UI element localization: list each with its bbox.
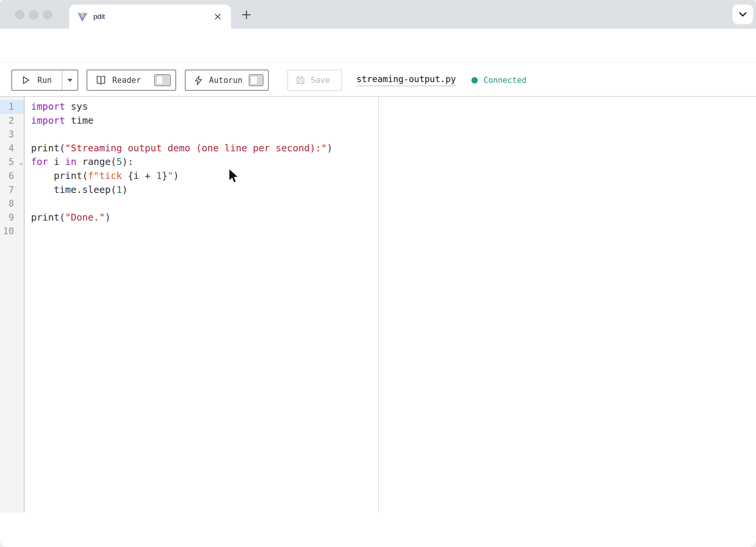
code-token: )	[327, 143, 333, 154]
mouse-cursor-icon	[228, 168, 240, 185]
run-button-group: Run	[11, 70, 78, 91]
save-button[interactable]: Save	[287, 70, 342, 91]
code-line: import time	[31, 114, 333, 128]
chevron-down-icon	[739, 12, 747, 17]
code-line	[31, 197, 333, 211]
run-button-label: Run	[37, 76, 52, 85]
code-line: for i in range(5):	[31, 155, 333, 169]
code-line: print("Done.")	[31, 211, 333, 225]
code-token: in	[65, 156, 76, 167]
line-number: 5⌄	[0, 155, 24, 169]
code-token: import	[31, 101, 65, 112]
line-number: 7	[0, 183, 24, 197]
code-token: i	[48, 156, 65, 167]
code-token: print(	[31, 143, 65, 154]
browser-window: pdit	[0, 0, 756, 547]
code-line	[31, 224, 333, 238]
autorun-toggle-button[interactable]: Autorun	[185, 70, 269, 91]
code-line: time.sleep(1)	[31, 183, 333, 197]
reader-toggle-button[interactable]: Reader	[87, 70, 176, 91]
code-line: print("Streaming output demo (one line p…	[31, 141, 333, 155]
tab-title: pdit	[93, 12, 214, 21]
browser-tab[interactable]: pdit	[69, 5, 231, 29]
line-number: 2	[0, 114, 24, 128]
code-token: import	[31, 115, 65, 126]
code-token: for	[31, 156, 48, 167]
code-token: "Streaming output demo (one line per sec…	[65, 143, 327, 154]
connection-status: Connected	[471, 70, 527, 91]
tab-strip: pdit	[0, 0, 756, 29]
vite-favicon-icon	[77, 12, 87, 22]
line-number: 9	[0, 211, 24, 225]
code-token: )	[105, 212, 111, 223]
play-icon	[21, 75, 31, 85]
reader-toggle-knob	[156, 76, 163, 84]
zoom-window-button[interactable]	[43, 10, 52, 19]
output-pane	[379, 97, 756, 513]
book-icon	[96, 75, 106, 85]
save-button-label: Save	[311, 76, 330, 85]
code-token: f"tick	[88, 170, 128, 181]
autorun-button-label: Autorun	[209, 76, 243, 85]
code-token: 5	[116, 156, 122, 167]
close-tab-icon[interactable]	[214, 12, 222, 21]
autorun-toggle-switch[interactable]	[249, 74, 263, 86]
code-token: )	[173, 170, 179, 181]
run-button[interactable]: Run	[12, 70, 62, 90]
code-token: )	[122, 184, 128, 195]
code-token: print(	[31, 170, 88, 181]
code-token: sys	[65, 101, 88, 112]
code-token: 1	[156, 170, 162, 181]
filename-text: streaming-output.py	[356, 74, 456, 86]
app-toolbar: Run Reader Autorun	[0, 62, 756, 96]
code-line: print(f"tick {i + 1}")	[31, 169, 333, 183]
code-token: ):	[122, 156, 133, 167]
code-token: time	[65, 115, 93, 126]
new-tab-icon[interactable]	[241, 9, 252, 20]
code-token: "	[167, 170, 173, 181]
code-editor-pane[interactable]: 12345⌄678910 import sysimport timeprint(…	[0, 97, 378, 513]
status-label: Connected	[483, 76, 527, 85]
line-number: 4	[0, 141, 24, 155]
current-filename[interactable]: streaming-output.py	[356, 70, 456, 91]
autorun-toggle-knob	[251, 76, 257, 84]
save-icon	[296, 75, 305, 85]
line-number: 10	[0, 224, 24, 238]
line-number: 1	[0, 100, 24, 114]
code-line	[31, 127, 333, 141]
code-area[interactable]: import sysimport timeprint("Streaming ou…	[31, 100, 333, 238]
connected-dot-icon	[471, 77, 478, 84]
code-token: range(	[76, 156, 116, 167]
close-window-button[interactable]	[15, 10, 24, 19]
code-token: 1	[116, 184, 122, 195]
code-token: }	[162, 170, 167, 181]
code-token: print(	[31, 212, 65, 223]
line-number-gutter: 12345⌄678910	[0, 97, 25, 513]
line-number: 3	[0, 127, 24, 141]
line-number: 6	[0, 169, 24, 183]
bolt-icon	[194, 75, 203, 85]
window-controls	[15, 10, 52, 19]
reader-button-label: Reader	[112, 76, 141, 85]
browser-toolbar: localhost:5173/?script=examples%2Fstream…	[0, 29, 756, 62]
caret-down-icon	[67, 78, 73, 82]
run-options-button[interactable]	[62, 70, 77, 90]
reader-toggle-switch[interactable]	[154, 74, 171, 86]
code-line: import sys	[31, 100, 333, 114]
line-number: 8	[0, 197, 24, 211]
fold-chevron-icon[interactable]: ⌄	[19, 155, 23, 169]
code-token: time.sleep(	[31, 184, 116, 195]
code-token: {i +	[128, 170, 156, 181]
minimize-window-button[interactable]	[29, 10, 38, 19]
tab-search-button[interactable]	[733, 5, 753, 24]
code-token: "Done."	[65, 212, 105, 223]
